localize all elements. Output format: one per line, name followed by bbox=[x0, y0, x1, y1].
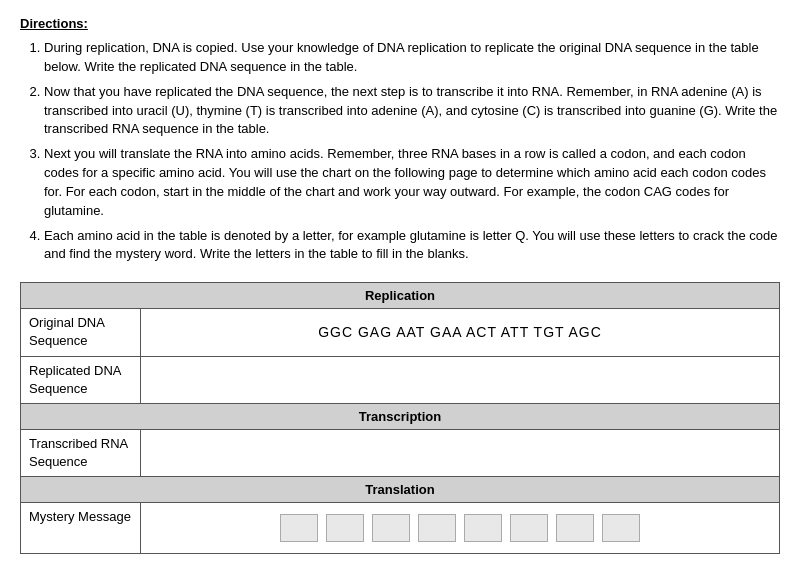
directions-title: Directions: bbox=[20, 16, 780, 31]
blank-8[interactable] bbox=[602, 514, 640, 542]
transcribed-rna-label: Transcribed RNA Sequence bbox=[21, 430, 141, 477]
replicated-dna-label: Replicated DNA Sequence bbox=[21, 356, 141, 403]
blanks-row bbox=[149, 508, 771, 548]
direction-item-4: Each amino acid in the table is denoted … bbox=[44, 227, 780, 265]
main-table: Replication Original DNA Sequence GGC GA… bbox=[20, 282, 780, 554]
translation-header-row: Translation bbox=[21, 477, 780, 503]
blank-3[interactable] bbox=[372, 514, 410, 542]
transcription-header: Transcription bbox=[21, 404, 780, 430]
replication-header-row: Replication bbox=[21, 283, 780, 309]
original-dna-label: Original DNA Sequence bbox=[21, 309, 141, 356]
translation-header: Translation bbox=[21, 477, 780, 503]
transcription-header-row: Transcription bbox=[21, 404, 780, 430]
replication-header: Replication bbox=[21, 283, 780, 309]
replicated-dna-value[interactable] bbox=[141, 356, 780, 403]
original-dna-row: Original DNA Sequence GGC GAG AAT GAA AC… bbox=[21, 309, 780, 356]
mystery-message-row: Mystery Message bbox=[21, 503, 780, 554]
blank-4[interactable] bbox=[418, 514, 456, 542]
replicated-dna-row: Replicated DNA Sequence bbox=[21, 356, 780, 403]
blank-7[interactable] bbox=[556, 514, 594, 542]
direction-item-1: During replication, DNA is copied. Use y… bbox=[44, 39, 780, 77]
blank-2[interactable] bbox=[326, 514, 364, 542]
mystery-message-label: Mystery Message bbox=[21, 503, 141, 554]
original-dna-value: GGC GAG AAT GAA ACT ATT TGT AGC bbox=[141, 309, 780, 356]
direction-item-2: Now that you have replicated the DNA seq… bbox=[44, 83, 780, 140]
transcribed-rna-row: Transcribed RNA Sequence bbox=[21, 430, 780, 477]
directions-list: During replication, DNA is copied. Use y… bbox=[20, 39, 780, 264]
transcribed-rna-value[interactable] bbox=[141, 430, 780, 477]
blank-1[interactable] bbox=[280, 514, 318, 542]
blank-5[interactable] bbox=[464, 514, 502, 542]
mystery-message-blanks bbox=[141, 503, 780, 554]
blank-6[interactable] bbox=[510, 514, 548, 542]
direction-item-3: Next you will translate the RNA into ami… bbox=[44, 145, 780, 220]
